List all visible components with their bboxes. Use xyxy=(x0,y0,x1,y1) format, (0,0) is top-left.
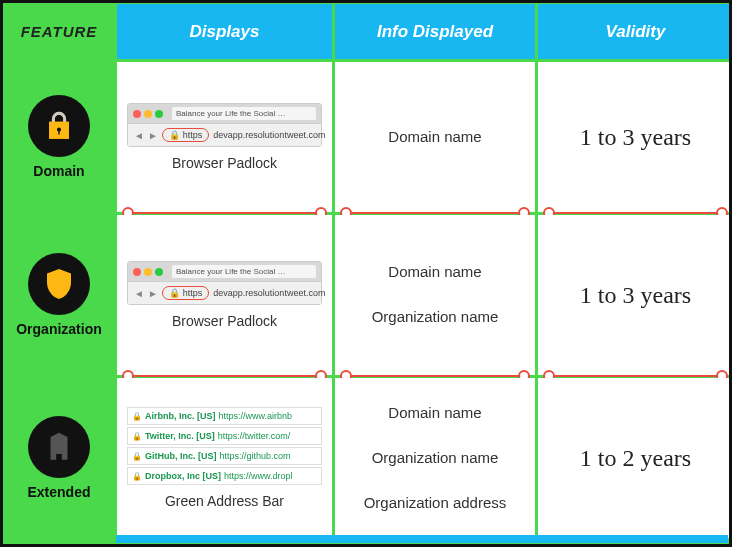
green-item: 🔒Airbnb, Inc. [US] https://www.airbnb xyxy=(127,407,322,425)
info-line: Domain name xyxy=(388,402,481,425)
lock-icon: 🔒 xyxy=(132,472,142,481)
proto: https xyxy=(183,130,203,140)
header-info: Info Displayed xyxy=(335,4,535,59)
validity-text: 1 to 2 years xyxy=(580,444,691,473)
header-validity: Validity xyxy=(538,4,732,59)
header-displays: Displays xyxy=(117,4,332,59)
row-divider xyxy=(345,212,525,214)
display-caption: Green Address Bar xyxy=(165,493,284,509)
feature-organization: Organization xyxy=(4,215,114,375)
row-divider xyxy=(548,212,723,214)
feature-extended: Extended xyxy=(4,378,114,538)
feature-label: Domain xyxy=(33,163,84,179)
row-divider xyxy=(127,375,322,377)
green-address-list: 🔒Airbnb, Inc. [US] https://www.airbnb 🔒T… xyxy=(127,407,322,485)
info-extended: Domain name Organization name Organizati… xyxy=(335,378,535,538)
green-item: 🔒Twitter, Inc. [US] https://twitter.com/ xyxy=(127,427,322,445)
display-caption: Browser Padlock xyxy=(172,313,277,329)
info-line: Organization address xyxy=(364,492,507,515)
validity-text: 1 to 3 years xyxy=(580,123,691,152)
display-extended: 🔒Airbnb, Inc. [US] https://www.airbnb 🔒T… xyxy=(117,378,332,538)
lock-icon: 🔒 xyxy=(132,412,142,421)
browser-tab: Balance your Life the Social … xyxy=(172,107,316,120)
url-host: devapp.resolutiontweet.com xyxy=(213,130,325,140)
close-dot-icon xyxy=(133,110,141,118)
close-dot-icon xyxy=(133,268,141,276)
browser-mockup: Balance your Life the Social … ◄ ► 🔒 htt… xyxy=(127,261,322,305)
display-organization: Balance your Life the Social … ◄ ► 🔒 htt… xyxy=(117,215,332,375)
padlock-icon xyxy=(28,95,90,157)
info-line: Organization name xyxy=(372,306,499,329)
back-icon: ◄ xyxy=(134,130,144,141)
max-dot-icon xyxy=(155,268,163,276)
validity-domain: 1 to 3 years xyxy=(538,62,732,212)
feature-domain: Domain xyxy=(4,62,114,212)
display-caption: Browser Padlock xyxy=(172,155,277,171)
green-item: 🔒GitHub, Inc. [US] https://github.com xyxy=(127,447,322,465)
forward-icon: ► xyxy=(148,130,158,141)
lock-icon: 🔒 xyxy=(169,288,180,298)
comparison-table: FEATURE Displays Info Displayed Validity… xyxy=(0,0,732,547)
header-feature: FEATURE xyxy=(4,4,114,59)
info-domain: Domain name xyxy=(335,62,535,212)
validity-organization: 1 to 3 years xyxy=(538,215,732,375)
info-line: Organization name xyxy=(372,447,499,470)
min-dot-icon xyxy=(144,268,152,276)
back-icon: ◄ xyxy=(134,288,144,299)
building-icon xyxy=(28,416,90,478)
url-highlight: 🔒 https xyxy=(162,286,210,300)
url-host: devapp.resolutiontweet.com xyxy=(213,288,325,298)
browser-tab: Balance your Life the Social … xyxy=(172,265,316,278)
row-divider xyxy=(548,375,723,377)
browser-mockup: Balance your Life the Social … ◄ ► 🔒 htt… xyxy=(127,103,322,147)
proto: https xyxy=(183,288,203,298)
lock-icon: 🔒 xyxy=(132,452,142,461)
forward-icon: ► xyxy=(148,288,158,299)
validity-text: 1 to 3 years xyxy=(580,281,691,310)
bottom-accent-bar xyxy=(116,535,728,543)
min-dot-icon xyxy=(144,110,152,118)
row-divider xyxy=(345,375,525,377)
info-organization: Domain name Organization name xyxy=(335,215,535,375)
url-highlight: 🔒 https xyxy=(162,128,210,142)
feature-label: Organization xyxy=(16,321,102,337)
row-divider xyxy=(127,212,322,214)
lock-icon: 🔒 xyxy=(169,130,180,140)
feature-label: Extended xyxy=(27,484,90,500)
max-dot-icon xyxy=(155,110,163,118)
info-line: Domain name xyxy=(388,261,481,284)
validity-extended: 1 to 2 years xyxy=(538,378,732,538)
shield-icon xyxy=(28,253,90,315)
display-domain: Balance your Life the Social … ◄ ► 🔒 htt… xyxy=(117,62,332,212)
green-item: 🔒Dropbox, Inc [US] https://www.dropl xyxy=(127,467,322,485)
info-line: Domain name xyxy=(388,126,481,149)
lock-icon: 🔒 xyxy=(132,432,142,441)
